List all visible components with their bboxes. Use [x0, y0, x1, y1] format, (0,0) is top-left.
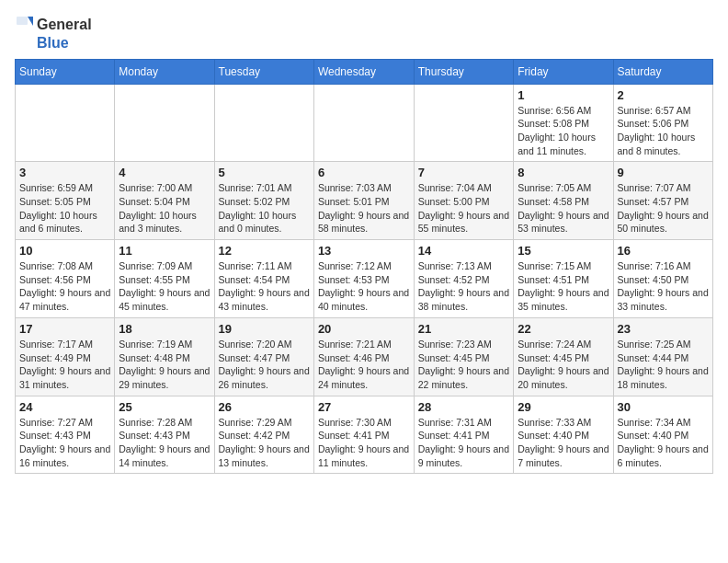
- day-info: Sunrise: 6:56 AM Sunset: 5:08 PM Dayligh…: [518, 104, 609, 158]
- calendar-cell: 19Sunrise: 7:20 AM Sunset: 4:47 PM Dayli…: [214, 317, 313, 396]
- weekday-header-row: SundayMondayTuesdayWednesdayThursdayFrid…: [16, 59, 713, 84]
- weekday-header-wednesday: Wednesday: [313, 59, 414, 84]
- weekday-header-saturday: Saturday: [613, 59, 712, 84]
- day-info: Sunrise: 7:12 AM Sunset: 4:53 PM Dayligh…: [318, 259, 410, 314]
- calendar-cell: 20Sunrise: 7:21 AM Sunset: 4:46 PM Dayli…: [313, 317, 414, 396]
- logo-general: General: [37, 17, 92, 33]
- day-info: Sunrise: 7:21 AM Sunset: 4:46 PM Dayligh…: [318, 338, 410, 392]
- day-info: Sunrise: 7:09 AM Sunset: 4:55 PM Dayligh…: [119, 259, 210, 314]
- calendar-cell: 13Sunrise: 7:12 AM Sunset: 4:53 PM Dayli…: [313, 240, 414, 318]
- day-info: Sunrise: 7:04 AM Sunset: 5:00 PM Dayligh…: [418, 181, 510, 236]
- weekday-header-friday: Friday: [514, 59, 613, 84]
- day-number: 18: [119, 322, 210, 336]
- weekday-header-monday: Monday: [115, 59, 214, 84]
- day-number: 19: [219, 322, 310, 336]
- logo-icon: [15, 15, 35, 35]
- day-number: 7: [418, 166, 510, 179]
- day-info: Sunrise: 7:34 AM Sunset: 4:40 PM Dayligh…: [618, 416, 709, 470]
- day-number: 23: [618, 322, 709, 336]
- day-info: Sunrise: 7:30 AM Sunset: 4:41 PM Dayligh…: [318, 416, 410, 470]
- calendar-cell: 18Sunrise: 7:19 AM Sunset: 4:48 PM Dayli…: [115, 317, 214, 396]
- day-number: 16: [618, 244, 709, 258]
- calendar-cell: 15Sunrise: 7:15 AM Sunset: 4:51 PM Dayli…: [514, 240, 613, 318]
- day-number: 4: [119, 166, 210, 179]
- calendar-table: SundayMondayTuesdayWednesdayThursdayFrid…: [15, 59, 713, 475]
- day-number: 2: [618, 88, 709, 102]
- svg-rect-1: [17, 17, 28, 25]
- day-info: Sunrise: 7:00 AM Sunset: 5:04 PM Dayligh…: [119, 181, 210, 236]
- day-number: 21: [418, 322, 510, 336]
- day-number: 25: [119, 400, 210, 414]
- day-number: 9: [618, 166, 709, 179]
- day-number: 24: [19, 400, 110, 414]
- day-info: Sunrise: 7:11 AM Sunset: 4:54 PM Dayligh…: [219, 259, 310, 314]
- day-info: Sunrise: 7:15 AM Sunset: 4:51 PM Dayligh…: [518, 259, 609, 314]
- calendar-cell: 29Sunrise: 7:33 AM Sunset: 4:40 PM Dayli…: [514, 396, 613, 474]
- calendar-cell: 22Sunrise: 7:24 AM Sunset: 4:45 PM Dayli…: [514, 317, 613, 396]
- day-info: Sunrise: 7:27 AM Sunset: 4:43 PM Dayligh…: [19, 416, 110, 470]
- calendar-cell: 27Sunrise: 7:30 AM Sunset: 4:41 PM Dayli…: [313, 396, 414, 474]
- calendar-cell: 9Sunrise: 7:07 AM Sunset: 4:57 PM Daylig…: [613, 162, 712, 240]
- day-info: Sunrise: 7:03 AM Sunset: 5:01 PM Dayligh…: [318, 181, 410, 236]
- day-info: Sunrise: 7:01 AM Sunset: 5:02 PM Dayligh…: [219, 181, 310, 236]
- logo-blue: Blue: [37, 35, 69, 51]
- day-number: 12: [219, 244, 310, 258]
- calendar-cell: [414, 84, 514, 162]
- logo: General Blue: [15, 15, 92, 52]
- day-number: 5: [219, 166, 310, 179]
- calendar-cell: 6Sunrise: 7:03 AM Sunset: 5:01 PM Daylig…: [313, 162, 414, 240]
- day-info: Sunrise: 7:33 AM Sunset: 4:40 PM Dayligh…: [518, 416, 609, 470]
- day-info: Sunrise: 6:57 AM Sunset: 5:06 PM Dayligh…: [618, 104, 709, 158]
- day-number: 14: [418, 244, 510, 258]
- day-number: 28: [418, 400, 510, 414]
- calendar-week-row: 17Sunrise: 7:17 AM Sunset: 4:49 PM Dayli…: [16, 317, 713, 396]
- day-info: Sunrise: 7:23 AM Sunset: 4:45 PM Dayligh…: [418, 338, 510, 392]
- calendar-cell: 2Sunrise: 6:57 AM Sunset: 5:06 PM Daylig…: [613, 84, 712, 162]
- logo-text: General Blue: [15, 15, 92, 52]
- day-info: Sunrise: 7:05 AM Sunset: 4:58 PM Dayligh…: [518, 181, 609, 236]
- day-info: Sunrise: 7:17 AM Sunset: 4:49 PM Dayligh…: [19, 338, 110, 392]
- day-number: 11: [119, 244, 210, 258]
- day-info: Sunrise: 7:08 AM Sunset: 4:56 PM Dayligh…: [19, 259, 110, 314]
- calendar-cell: 17Sunrise: 7:17 AM Sunset: 4:49 PM Dayli…: [16, 317, 115, 396]
- calendar-cell: 16Sunrise: 7:16 AM Sunset: 4:50 PM Dayli…: [613, 240, 712, 318]
- calendar-week-row: 3Sunrise: 6:59 AM Sunset: 5:05 PM Daylig…: [16, 162, 713, 240]
- calendar-cell: 28Sunrise: 7:31 AM Sunset: 4:41 PM Dayli…: [414, 396, 514, 474]
- day-number: 3: [19, 166, 110, 179]
- day-number: 26: [219, 400, 310, 414]
- day-info: Sunrise: 7:24 AM Sunset: 4:45 PM Dayligh…: [518, 338, 609, 392]
- day-info: Sunrise: 7:28 AM Sunset: 4:43 PM Dayligh…: [119, 416, 210, 470]
- svg-marker-0: [28, 17, 33, 26]
- calendar-cell: 30Sunrise: 7:34 AM Sunset: 4:40 PM Dayli…: [613, 396, 712, 474]
- day-info: Sunrise: 7:25 AM Sunset: 4:44 PM Dayligh…: [618, 338, 709, 392]
- calendar-cell: [115, 84, 214, 162]
- day-number: 6: [318, 166, 410, 179]
- day-number: 13: [318, 244, 410, 258]
- day-number: 27: [318, 400, 410, 414]
- calendar-cell: 11Sunrise: 7:09 AM Sunset: 4:55 PM Dayli…: [115, 240, 214, 318]
- day-info: Sunrise: 7:16 AM Sunset: 4:50 PM Dayligh…: [618, 259, 709, 314]
- day-info: Sunrise: 7:20 AM Sunset: 4:47 PM Dayligh…: [219, 338, 310, 392]
- weekday-header-sunday: Sunday: [16, 59, 115, 84]
- calendar-cell: 14Sunrise: 7:13 AM Sunset: 4:52 PM Dayli…: [414, 240, 514, 318]
- calendar-week-row: 24Sunrise: 7:27 AM Sunset: 4:43 PM Dayli…: [16, 396, 713, 474]
- calendar-cell: 5Sunrise: 7:01 AM Sunset: 5:02 PM Daylig…: [214, 162, 313, 240]
- day-info: Sunrise: 7:29 AM Sunset: 4:42 PM Dayligh…: [219, 416, 310, 470]
- day-number: 22: [518, 322, 609, 336]
- calendar-cell: 4Sunrise: 7:00 AM Sunset: 5:04 PM Daylig…: [115, 162, 214, 240]
- day-number: 17: [19, 322, 110, 336]
- day-info: Sunrise: 7:31 AM Sunset: 4:41 PM Dayligh…: [418, 416, 510, 470]
- weekday-header-tuesday: Tuesday: [214, 59, 313, 84]
- day-info: Sunrise: 6:59 AM Sunset: 5:05 PM Dayligh…: [19, 181, 110, 236]
- day-info: Sunrise: 7:19 AM Sunset: 4:48 PM Dayligh…: [119, 338, 210, 392]
- day-number: 20: [318, 322, 410, 336]
- day-info: Sunrise: 7:13 AM Sunset: 4:52 PM Dayligh…: [418, 259, 510, 314]
- day-number: 29: [518, 400, 609, 414]
- calendar-cell: 23Sunrise: 7:25 AM Sunset: 4:44 PM Dayli…: [613, 317, 712, 396]
- calendar-cell: 26Sunrise: 7:29 AM Sunset: 4:42 PM Dayli…: [214, 396, 313, 474]
- calendar-cell: 10Sunrise: 7:08 AM Sunset: 4:56 PM Dayli…: [16, 240, 115, 318]
- day-number: 30: [618, 400, 709, 414]
- day-number: 8: [518, 166, 609, 179]
- day-number: 15: [518, 244, 609, 258]
- page-header: General Blue: [15, 15, 713, 52]
